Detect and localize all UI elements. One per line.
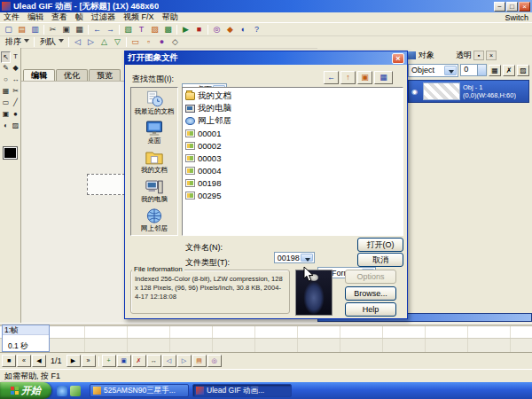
prev-frame-icon[interactable]: ◀	[32, 355, 46, 367]
optimize-icon[interactable]: ◐	[237, 25, 250, 35]
menu-file[interactable]: 文件	[4, 12, 20, 23]
last-frame-icon[interactable]: »	[82, 355, 96, 367]
back-icon[interactable]: ←	[324, 71, 339, 84]
cancel-button[interactable]: 取消	[357, 253, 403, 267]
export-icon[interactable]: ◆	[223, 25, 237, 35]
object-select[interactable]: Object	[408, 64, 458, 77]
open-button[interactable]: 打开(O)	[357, 238, 403, 252]
play-animation-icon[interactable]: ▶	[179, 25, 192, 35]
delete-frame-icon[interactable]: ✗	[132, 355, 146, 367]
sort-dropdown[interactable]: 排序	[2, 36, 32, 48]
list-item[interactable]: 00004	[185, 164, 403, 176]
menu-video-fx[interactable]: 视频 F/X	[123, 12, 154, 23]
menu-filters[interactable]: 过滤器	[91, 12, 115, 23]
distribute-icon[interactable]: ●	[155, 37, 168, 48]
cut-tool[interactable]: ✂	[11, 86, 20, 98]
frame-track[interactable]	[0, 325, 532, 339]
transparency-input[interactable]: 0	[460, 64, 487, 76]
frame-properties-icon[interactable]: ▤	[192, 355, 207, 367]
list-item[interactable]: 00295	[185, 189, 403, 201]
list-item[interactable]: 00003	[185, 152, 403, 164]
duplicate-frame-icon[interactable]: ▣	[117, 355, 131, 367]
duration-track[interactable]	[0, 339, 532, 352]
place-my-computer[interactable]: 我的电脑	[131, 178, 177, 207]
internet-explorer-icon[interactable]	[57, 386, 67, 396]
color-swatch[interactable]	[4, 147, 17, 159]
center-horizontal-icon[interactable]: ▭	[129, 37, 142, 48]
menu-frame[interactable]: 帧	[75, 12, 83, 23]
view-menu-icon[interactable]: ▦	[374, 71, 393, 84]
place-desktop[interactable]: 桌面	[131, 120, 177, 148]
line-tool[interactable]: ╱	[11, 98, 20, 109]
duplicate-object-icon[interactable]: ▨	[517, 65, 529, 76]
shape-tool[interactable]: ◐	[1, 121, 11, 132]
list-item[interactable]: 我的电脑	[185, 102, 403, 114]
list-item[interactable]: 00002	[185, 139, 403, 152]
save-icon[interactable]: ▥	[28, 25, 42, 35]
slice-tool[interactable]: ▦	[1, 86, 11, 98]
taskbar-item-ulead[interactable]: Ulead GIF 动画...	[192, 384, 292, 397]
pick-tool[interactable]: ↖	[1, 51, 11, 63]
reverse-frames-icon[interactable]: ↔	[147, 355, 161, 367]
menu-switch[interactable]: Switch	[505, 13, 528, 22]
queue-dropdown[interactable]: 列队	[36, 36, 66, 48]
undo-icon[interactable]: ←	[90, 25, 104, 35]
new-folder-icon[interactable]: ▣	[357, 71, 372, 84]
dialog-close-button[interactable]: ×	[392, 53, 404, 64]
tab-edit[interactable]: 编辑	[23, 69, 55, 81]
move-back-icon[interactable]: ◁	[71, 37, 84, 48]
menu-view[interactable]: 查看	[51, 12, 67, 23]
first-frame-icon[interactable]: «	[17, 355, 31, 367]
add-banner-icon[interactable]: ▨	[148, 25, 161, 35]
group-icon[interactable]: ◇	[168, 37, 182, 48]
close-button[interactable]: ×	[519, 2, 530, 12]
help-button[interactable]: Help	[345, 302, 396, 317]
loop-icon[interactable]: ◎	[207, 355, 222, 367]
list-item[interactable]: 00001	[185, 127, 403, 139]
pin-icon[interactable]: ▪	[473, 51, 484, 60]
frame-1-cell[interactable]: 1:帧 0.1 秒	[2, 325, 50, 352]
center-vertical-icon[interactable]: ▫	[142, 37, 155, 48]
align-bottom-icon[interactable]: ▽	[111, 37, 124, 48]
up-one-level-icon[interactable]: ↑	[340, 71, 356, 84]
eraser-tool[interactable]: ▭	[1, 98, 11, 109]
add-text-icon[interactable]: T	[135, 25, 148, 35]
show-desktop-icon[interactable]	[70, 386, 81, 396]
menu-help[interactable]: 帮助	[162, 12, 178, 23]
add-frame-icon[interactable]: +	[102, 355, 116, 367]
panel-close-icon[interactable]: ×	[486, 51, 497, 60]
frame-left-icon[interactable]: ◁	[162, 355, 176, 367]
paste-icon[interactable]: ▦	[73, 25, 86, 35]
layer-row[interactable]: ◉ Obj - 1 (0,0)(W:468,H:60)	[408, 80, 529, 103]
crop-tool[interactable]: ▣	[1, 109, 11, 121]
new-file-icon[interactable]: ▢	[2, 25, 15, 35]
pencil-tool[interactable]: ✎	[1, 63, 11, 74]
menu-edit[interactable]: 编辑	[27, 12, 43, 23]
redo-icon[interactable]: →	[104, 25, 117, 35]
help-icon[interactable]: ?	[250, 25, 263, 35]
cut-icon[interactable]: ✂	[46, 25, 59, 35]
maximize-button[interactable]: □	[506, 2, 518, 12]
minimize-button[interactable]: −	[494, 2, 505, 12]
next-frame-icon[interactable]: ▶	[66, 355, 81, 367]
stop-animation-icon[interactable]: ■	[192, 25, 206, 35]
text-tool[interactable]: T	[11, 51, 20, 63]
brush-tool[interactable]: ●	[11, 109, 20, 121]
add-image-icon[interactable]: ▧	[121, 25, 135, 35]
delete-object-icon[interactable]: ✗	[503, 65, 515, 76]
place-network[interactable]: 网上邻居	[131, 207, 177, 236]
place-my-documents[interactable]: 我的文档	[131, 149, 177, 177]
browse-button[interactable]: Browse...	[345, 286, 396, 301]
taskbar-item-folder[interactable]: 525AMSN90三星手...	[90, 384, 189, 397]
open-file-icon[interactable]: ▤	[15, 25, 28, 35]
preview-icon[interactable]: ◎	[210, 25, 223, 35]
stop-icon[interactable]: ■	[2, 355, 16, 367]
filename-input[interactable]: 00198	[274, 252, 315, 263]
add-video-icon[interactable]: ▩	[161, 25, 175, 35]
frame-right-icon[interactable]: ▷	[177, 355, 192, 367]
move-forward-icon[interactable]: ▷	[84, 37, 98, 48]
copy-icon[interactable]: ▣	[59, 25, 73, 35]
place-recent-documents[interactable]: 我最近的文档	[131, 90, 177, 119]
new-object-icon[interactable]: ▦	[489, 65, 501, 76]
list-item[interactable]: 00198	[185, 176, 403, 189]
